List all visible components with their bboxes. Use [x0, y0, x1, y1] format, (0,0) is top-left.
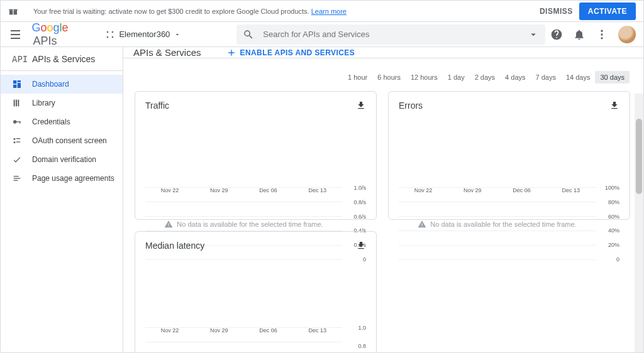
svg-rect-19	[16, 141, 21, 142]
time-range-1-day[interactable]: 1 day	[443, 71, 470, 84]
menu-icon[interactable]	[8, 27, 23, 42]
svg-point-13	[13, 120, 16, 123]
learn-more-link[interactable]: Learn more	[311, 8, 347, 15]
check-icon	[12, 155, 26, 165]
time-range-7-days[interactable]: 7 days	[531, 71, 561, 84]
section-title: APIs & Services	[32, 54, 95, 64]
sidebar-item-dashboard[interactable]: Dashboard	[1, 75, 123, 94]
sidebar-item-label: Library	[32, 99, 55, 107]
sidebar-item-label: Domain verification	[32, 155, 96, 164]
content-header: APIs & Services ENABLE APIS AND SERVICES	[123, 47, 643, 58]
search-icon	[243, 29, 254, 40]
trial-banner: Your free trial is waiting: activate now…	[1, 1, 643, 22]
sidebar: API APIs & Services DashboardLibraryCred…	[1, 47, 123, 352]
plus-icon	[226, 48, 236, 58]
sidebar-item-credentials[interactable]: Credentials	[1, 112, 123, 131]
time-range-row: 1 hour6 hours12 hours1 day2 days4 days7 …	[123, 58, 643, 91]
gift-icon	[8, 6, 18, 16]
api-icon: API	[12, 54, 26, 64]
svg-rect-11	[16, 100, 17, 107]
svg-rect-18	[14, 141, 16, 143]
search-input[interactable]	[263, 30, 527, 39]
key-icon	[12, 117, 26, 127]
svg-rect-12	[18, 100, 19, 107]
svg-point-3	[107, 31, 109, 33]
svg-point-4	[107, 36, 109, 38]
help-icon[interactable]	[550, 28, 563, 41]
section-header: API APIs & Services	[1, 47, 123, 71]
svg-rect-21	[14, 178, 21, 178]
time-range-4-days[interactable]: 4 days	[500, 71, 530, 84]
project-name: Elementor360	[119, 30, 170, 39]
time-range-14-days[interactable]: 14 days	[561, 71, 596, 84]
download-icon[interactable]	[356, 241, 366, 251]
svg-rect-20	[14, 176, 19, 176]
svg-rect-2	[13, 9, 13, 14]
y-axis-labels: 100%80%60%40%20%0	[599, 185, 619, 263]
sidebar-item-label: OAuth consent screen	[32, 136, 107, 145]
time-range-2-days[interactable]: 2 days	[470, 71, 500, 84]
project-selector[interactable]: Elementor360	[105, 30, 181, 40]
trial-message: Your free trial is waiting: activate now…	[33, 8, 347, 15]
time-range-30-days[interactable]: 30 days	[595, 71, 630, 84]
no-data-message: No data is available for the selected ti…	[145, 220, 342, 229]
page-title: APIs & Services	[133, 47, 201, 58]
svg-rect-17	[16, 138, 21, 139]
svg-point-5	[112, 31, 114, 33]
scroll-thumb[interactable]	[636, 119, 642, 194]
card-title: Traffic	[145, 100, 366, 111]
top-bar: Google APIs Elementor360	[1, 22, 643, 47]
sidebar-item-page-usage-agreements[interactable]: Page usage agreements	[1, 169, 123, 188]
chevron-down-icon[interactable]	[528, 29, 539, 40]
chart: 1.00.80.60.40.2No data is available for …	[145, 327, 366, 352]
errors-card: Errors100%80%60%40%20%0No data is availa…	[388, 91, 630, 220]
svg-rect-22	[14, 180, 18, 181]
google-apis-logo[interactable]: Google APIs	[31, 21, 94, 48]
consent-icon	[12, 136, 26, 146]
agreement-icon	[12, 173, 26, 183]
svg-point-7	[601, 30, 602, 31]
more-vert-icon[interactable]	[596, 28, 608, 41]
scrollbar[interactable]	[635, 94, 643, 352]
svg-point-8	[601, 33, 602, 35]
sidebar-item-domain-verification[interactable]: Domain verification	[1, 150, 123, 169]
card-title: Median latency	[145, 241, 366, 251]
svg-rect-16	[14, 138, 16, 140]
y-axis-labels: 1.00.80.60.40.2	[346, 325, 366, 352]
enable-apis-button[interactable]: ENABLE APIS AND SERVICES	[226, 48, 355, 58]
traffic-card: Traffic1.0/s0.8/s0.6/s0.4/s0.2/s0No data…	[135, 91, 377, 220]
avatar[interactable]	[618, 26, 636, 43]
dashboard-icon	[12, 79, 26, 89]
svg-rect-10	[14, 100, 15, 107]
bell-icon[interactable]	[573, 28, 586, 41]
time-range-6-hours[interactable]: 6 hours	[372, 71, 406, 84]
time-range-1-hour[interactable]: 1 hour	[343, 71, 372, 84]
svg-point-6	[112, 36, 114, 38]
download-icon[interactable]	[609, 100, 619, 111]
latency-card: Median latency1.00.80.60.40.2No data is …	[135, 231, 377, 352]
library-icon	[12, 98, 26, 108]
sidebar-item-label: Credentials	[32, 117, 70, 126]
svg-rect-15	[19, 121, 20, 123]
sidebar-item-oauth-consent-screen[interactable]: OAuth consent screen	[1, 131, 123, 150]
chart: 100%80%60%40%20%0No data is available fo…	[399, 187, 619, 269]
card-title: Errors	[399, 100, 619, 111]
sidebar-item-library[interactable]: Library	[1, 94, 123, 112]
chevron-down-icon	[174, 31, 181, 38]
sidebar-item-label: Page usage agreements	[32, 174, 114, 183]
download-icon[interactable]	[356, 100, 366, 111]
content: APIs & Services ENABLE APIS AND SERVICES…	[123, 47, 643, 352]
svg-point-9	[601, 37, 602, 39]
dismiss-button[interactable]: DISMISS	[533, 3, 579, 19]
sidebar-item-label: Dashboard	[32, 80, 69, 89]
time-range-12-hours[interactable]: 12 hours	[406, 71, 443, 84]
search-box[interactable]	[236, 24, 545, 45]
no-data-message: No data is available for the selected ti…	[399, 220, 596, 229]
activate-button[interactable]: ACTIVATE	[579, 3, 636, 20]
